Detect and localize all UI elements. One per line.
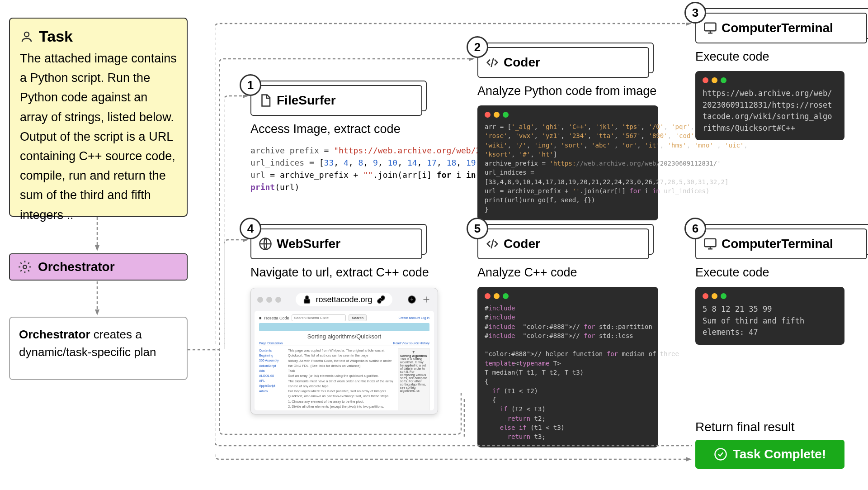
gear-icon [18,260,32,274]
user-icon [20,30,33,43]
agent-subtitle: Navigate to url, extract C++ code [250,266,438,280]
step-number: 1 [240,74,261,96]
agent-name: ComputerTerminal [722,21,833,35]
agent-6: 6 ComputerTerminal Execute code 5 8 12 2… [695,228,867,345]
download-icon [407,295,417,304]
orchestrator-label: Orchestrator [38,260,115,274]
svg-marker-11 [469,58,475,61]
search-button: Search [349,314,366,321]
agent-card: 6 ComputerTerminal [695,228,867,259]
plan-prefix: Orchestrator [19,328,90,341]
code-icon [486,56,499,69]
step-number: 4 [240,218,261,239]
agent-card: 1 FileSurfer [250,85,422,116]
step-number: 3 [684,2,706,24]
plus-icon [421,295,431,304]
task-title: Task [39,28,73,45]
globe-icon [259,237,272,251]
agent-name: ComputerTerminal [722,237,833,251]
agent-card: 2 Coder [477,47,649,78]
browser-url: rosettacode.org [316,295,372,304]
step-number: 5 [467,218,488,239]
monitor-icon [703,237,717,251]
arrow-to-complete [215,452,694,466]
svg-rect-4 [304,299,310,303]
agent-card: 5 Coder [477,228,649,259]
agent-name: WebSurfer [277,237,340,251]
task-body: The attached image contains a Python scr… [20,49,177,225]
agent-name: Coder [504,55,540,70]
agent-4: 4 WebSurfer Navigate to url, extract C++… [250,228,438,414]
search-input [292,314,346,321]
svg-marker-17 [686,457,692,461]
terminal-1: https://web.archive.org/web/202306091128… [695,71,844,140]
svg-rect-2 [705,23,716,31]
svg-marker-13 [243,239,249,242]
browser-mock: rosettacode.org ■ Rosetta Code Search Cr… [250,288,438,414]
file-icon [259,94,272,107]
svg-rect-6 [705,239,716,247]
agent-2: 2 Coder Analyze Python code from image a… [477,47,658,220]
agent-subtitle: Analyze Python code from image [477,84,658,98]
svg-marker-8 [95,245,99,251]
monitor-icon [703,21,717,35]
check-circle-icon [714,447,727,461]
coder2-terminal: #include #include #include "color:#888">… [477,287,658,447]
link-icon [376,295,386,304]
agent-subtitle: Execute code [695,50,867,64]
svg-point-1 [23,265,27,269]
svg-point-0 [24,32,29,37]
plan-box: Orchestrator creates a dynamic/task-spec… [9,317,188,380]
arrow-into-5 [458,394,471,439]
svg-marker-9 [95,309,99,315]
task-box: Task The attached image contains a Pytho… [9,18,188,217]
arrow-plan-out [188,343,224,357]
lock-icon [302,295,312,304]
svg-point-7 [715,449,726,460]
agent-subtitle: Execute code [695,266,867,280]
orchestrator-box: Orchestrator [9,253,188,281]
arrow-plan-to-4 [224,239,251,351]
code-icon [486,237,499,251]
agent-name: Coder [504,237,540,251]
agent-card: 4 WebSurfer [250,228,422,259]
agent-card: 3 ComputerTerminal [695,13,867,43]
svg-marker-10 [686,23,692,26]
coder1-terminal: arr = ['_alg', 'ghi', 'C++', 'jkl', 'tps… [477,105,658,220]
agent-subtitle: Analyze C++ code [477,266,658,280]
agent-5: 5 Coder Analyze C++ code #include #inclu… [477,228,658,447]
task-complete-button: Task Complete! [695,440,844,469]
task-complete-label: Task Complete! [733,447,826,461]
agent-name: FileSurfer [277,93,336,108]
task-title-row: Task [20,28,177,45]
step-number: 6 [684,218,706,239]
agent-3: 3 ComputerTerminal Execute code https://… [695,13,867,140]
terminal-2: 5 8 12 21 35 99Sum of third and fifthele… [695,287,844,345]
arrow-orch-to-plan [90,281,104,318]
step-number: 2 [467,36,488,58]
return-label: Return final result [695,420,794,434]
